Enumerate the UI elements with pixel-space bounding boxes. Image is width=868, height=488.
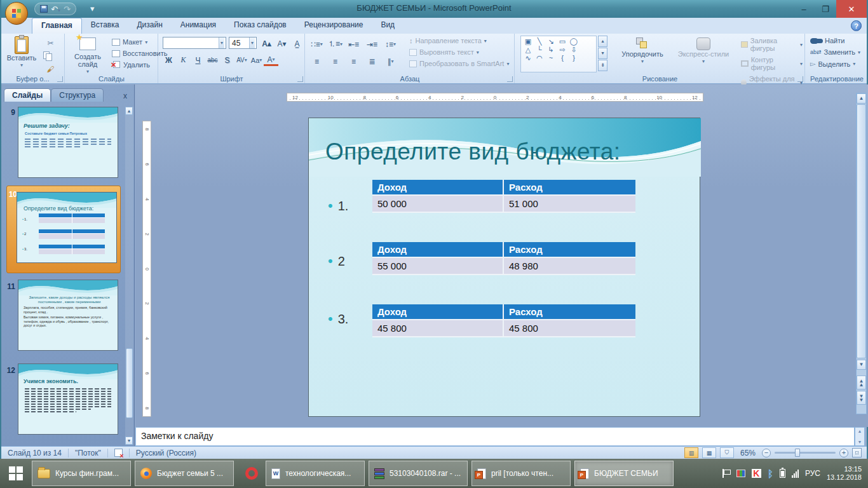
- quick-styles-button[interactable]: Экспресс-стили▾: [673, 37, 734, 65]
- tab-outline[interactable]: Структура: [51, 88, 104, 102]
- convert-smartart-button[interactable]: Преобразовать в SmartArt▾: [407, 59, 511, 68]
- zoom-out-button[interactable]: −: [762, 449, 771, 458]
- panel-scroll-thumb[interactable]: [126, 348, 133, 418]
- network-signal-icon[interactable]: [792, 470, 799, 478]
- scroll-up-icon[interactable]: ▲: [857, 93, 866, 104]
- font-size-combo[interactable]: 45▾: [229, 37, 257, 49]
- fit-to-window-button[interactable]: [852, 448, 862, 458]
- line-spacing-button[interactable]: ↕≡▾: [383, 37, 398, 51]
- taskbar-winrar-button[interactable]: 53103040108.rar - ...: [369, 461, 468, 486]
- font-color-button[interactable]: А▾: [264, 55, 278, 66]
- notes-scroll-up-icon[interactable]: ▲: [858, 429, 862, 433]
- display-color-icon[interactable]: [736, 470, 745, 477]
- notes-scrollbar[interactable]: ▲ ▼: [855, 427, 865, 446]
- arrow-shape-icon[interactable]: ↘: [545, 37, 557, 46]
- next-slide-button[interactable]: ▼▼: [857, 391, 866, 405]
- select-button[interactable]: ▻ Выделить▾: [808, 59, 862, 69]
- paragraph-dialog-launcher[interactable]: [507, 76, 513, 82]
- line-shape-icon[interactable]: ╲: [534, 37, 545, 46]
- keyboard-language[interactable]: РУС: [805, 469, 820, 478]
- tab-pokaz-slaydov[interactable]: Показ слайдов: [225, 18, 295, 34]
- taskbar-word-button[interactable]: W технологическая...: [266, 461, 365, 486]
- clock[interactable]: 13:15 13.12.2018: [827, 465, 862, 482]
- zoom-slider-thumb[interactable]: [795, 449, 800, 457]
- underline-button[interactable]: Ч: [191, 53, 205, 67]
- clear-formatting-icon[interactable]: A͇: [290, 37, 304, 50]
- spelling-status[interactable]: [108, 449, 130, 458]
- kaspersky-icon[interactable]: K: [752, 469, 761, 478]
- action-center-flag-icon[interactable]: [722, 469, 730, 478]
- shape-outline-button[interactable]: Контур фигуры▾: [739, 55, 804, 72]
- taskbar-budget-powerpoint-button[interactable]: БЮДЖЕТ СЕМЬИ: [574, 461, 674, 486]
- slide-thumbnail-9[interactable]: Решите задачу: Составьте бюджет семьи Пе…: [18, 107, 118, 178]
- shapes-gallery[interactable]: ▣ ╲ ↘ ▭ ◯ △ └ ↳ ⇨ ⇩ ∿ ◠ ~ {: [520, 36, 597, 72]
- taskbar-firefox-button[interactable]: Бюджет семьи 5 ...: [135, 461, 234, 486]
- slide-thumbnail-10-selected[interactable]: 10 Определите вид бюджета: 1. 2 3.: [6, 186, 121, 273]
- slide-sorter-view-button[interactable]: ▦: [702, 447, 716, 458]
- budget-table-1[interactable]: Доход Расход 50 000 51 000: [372, 180, 635, 213]
- notes-scroll-down-icon[interactable]: ▼: [858, 440, 862, 444]
- replace-button[interactable]: ab⇄ Заменить▾: [808, 48, 862, 57]
- bold-button[interactable]: Ж: [161, 53, 176, 67]
- numbering-button[interactable]: ⒈≡▾: [328, 37, 342, 51]
- paste-button[interactable]: Вставить▾: [6, 36, 37, 69]
- vertical-ruler[interactable]: 864 202 468: [142, 121, 151, 417]
- italic-button[interactable]: К: [176, 53, 191, 67]
- tab-vid[interactable]: Вид: [372, 18, 403, 34]
- office-button[interactable]: [5, 2, 28, 25]
- slide-canvas[interactable]: Определите вид бюджета: 1. Доход Расход …: [308, 118, 700, 417]
- restore-button[interactable]: ❐: [815, 0, 836, 18]
- columns-button[interactable]: ∥▾: [383, 55, 398, 68]
- arrange-button[interactable]: Упорядочить▾: [616, 37, 669, 65]
- bullet-item-1[interactable]: 1.: [328, 198, 348, 214]
- cut-icon[interactable]: ✂: [43, 36, 58, 50]
- arc-shape-icon[interactable]: ◠: [534, 54, 545, 62]
- decrease-indent-icon[interactable]: ⇤≡: [346, 37, 361, 51]
- slide-thumbnail-11[interactable]: Запишите, какие доходы и расходы являютс…: [18, 280, 118, 351]
- left-brace-shape-icon[interactable]: {: [557, 54, 568, 62]
- slide-title[interactable]: Определите вид бюджета:: [325, 139, 621, 165]
- oval-shape-icon[interactable]: ◯: [568, 37, 580, 46]
- bluetooth-icon[interactable]: ᛒ: [768, 468, 773, 479]
- notes-pane[interactable]: Заметки к слайду: [135, 427, 855, 446]
- shrink-font-icon[interactable]: A▾: [275, 37, 289, 50]
- find-button[interactable]: Найти: [808, 36, 862, 45]
- format-painter-icon[interactable]: 🖌: [43, 62, 58, 76]
- horizontal-ruler[interactable]: 12108 642 024 6810 12: [287, 93, 703, 102]
- increase-indent-icon[interactable]: ⇥≡: [365, 37, 379, 51]
- normal-view-button[interactable]: ▥: [684, 447, 698, 458]
- vertical-scrollbar[interactable]: ▲ ▼ ▲▲ ▼▼: [856, 93, 867, 414]
- tab-retsenzirovanie[interactable]: Рецензирование: [295, 18, 372, 34]
- align-text-button[interactable]: Выровнять текст▾: [407, 48, 511, 57]
- customize-qat-icon[interactable]: ▾: [90, 4, 95, 13]
- curve-shape-icon[interactable]: ~: [545, 54, 557, 62]
- justify-icon[interactable]: ≣: [365, 55, 379, 68]
- close-button[interactable]: ✕: [836, 0, 867, 18]
- text-direction-button[interactable]: ↕ Направление текста▾: [407, 36, 511, 45]
- language-status[interactable]: Русский (Россия): [130, 449, 203, 458]
- start-button[interactable]: [0, 459, 32, 488]
- theme-name[interactable]: "Поток": [69, 449, 108, 458]
- change-case-button[interactable]: Аа▾: [249, 53, 264, 67]
- shapes-scroll-up-icon[interactable]: ▴: [598, 36, 607, 47]
- scroll-down-icon[interactable]: ▼: [857, 360, 866, 370]
- font-name-combo[interactable]: ▾: [163, 37, 226, 49]
- undo-icon[interactable]: ↶▾: [51, 5, 60, 13]
- clipboard-dialog-launcher[interactable]: [57, 76, 63, 82]
- align-center-icon[interactable]: ≡: [328, 55, 342, 68]
- tab-slides[interactable]: Слайды: [4, 88, 51, 102]
- panel-scrollbar[interactable]: ▴ ▾: [125, 107, 133, 445]
- panel-scroll-down-icon[interactable]: ▾: [125, 437, 133, 445]
- minimize-button[interactable]: –: [793, 0, 815, 18]
- taskbar-opera-button[interactable]: [238, 467, 266, 480]
- taskbar-folder-button[interactable]: Курсы фин.грам...: [32, 461, 131, 486]
- scribble-shape-icon[interactable]: ∿: [522, 54, 534, 62]
- right-arrow-shape-icon[interactable]: ⇨: [557, 46, 568, 54]
- down-arrow-shape-icon[interactable]: ⇩: [568, 46, 580, 54]
- slideshow-view-button[interactable]: ⛉: [720, 447, 734, 458]
- taskbar-pril-powerpoint-button[interactable]: pril [только чтен...: [471, 461, 571, 486]
- tab-dizayn[interactable]: Дизайн: [128, 18, 171, 34]
- tab-glavnaya[interactable]: Главная: [32, 18, 82, 34]
- copy-icon[interactable]: [43, 51, 53, 60]
- battery-icon[interactable]: [780, 469, 785, 478]
